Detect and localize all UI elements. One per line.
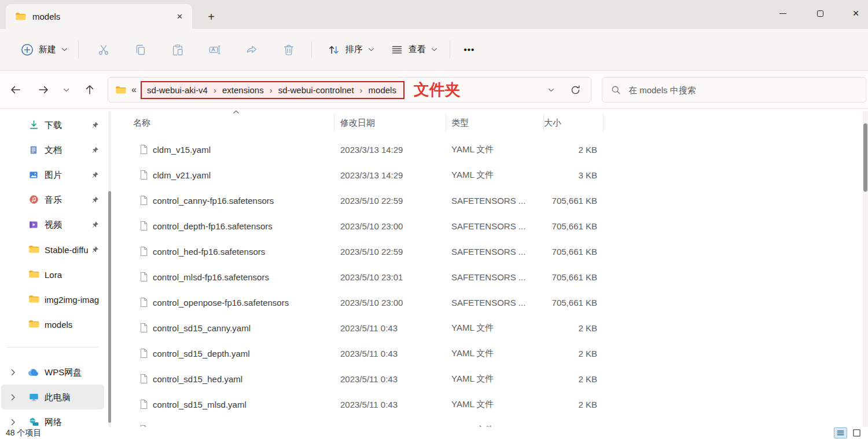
chevron-right-icon[interactable] bbox=[11, 394, 16, 401]
sidebar-item-label: WPS网盘 bbox=[45, 367, 82, 378]
file-size: 2 KB bbox=[515, 323, 597, 333]
file-row[interactable]: cldm_v21.yaml 2023/3/13 14:29 YAML 文件 3 … bbox=[110, 162, 862, 188]
network-icon bbox=[28, 416, 39, 427]
sidebar-item[interactable]: WPS网盘 bbox=[1, 360, 104, 385]
up-button[interactable] bbox=[79, 79, 101, 101]
file-row[interactable]: control_sd15_depth.yaml 2023/5/11 0:43 Y… bbox=[110, 341, 862, 366]
paste-button[interactable] bbox=[161, 38, 194, 62]
sidebar-item[interactable]: img2img-imag bbox=[1, 287, 104, 312]
column-header-row: 名称 修改日期 类型 大小 bbox=[110, 109, 862, 137]
videos-icon bbox=[28, 219, 39, 231]
file-rows: cldm_v15.yaml 2023/3/13 14:29 YAML 文件 2 … bbox=[110, 137, 862, 439]
file-row[interactable]: control_sd15_canny.yaml 2023/5/11 0:43 Y… bbox=[110, 315, 862, 341]
sidebar-item[interactable]: 此电脑 bbox=[1, 385, 104, 409]
file-row[interactable]: control_mlsd-fp16.safetensors 2023/5/10 … bbox=[110, 264, 862, 290]
details-view-toggle[interactable] bbox=[834, 427, 847, 438]
file-date: 2023/5/10 22:59 bbox=[340, 247, 403, 257]
minimize-button[interactable] bbox=[770, 1, 796, 25]
breadcrumb-item[interactable]: models bbox=[369, 85, 396, 95]
chevron-right-icon[interactable] bbox=[11, 419, 16, 426]
file-size: 2 KB bbox=[515, 349, 597, 358]
file-row[interactable]: control_depth-fp16.safetensors 2023/5/10… bbox=[110, 213, 862, 239]
file-row[interactable]: control_sd15_mlsd.yaml 2023/5/11 0:43 YA… bbox=[110, 392, 862, 417]
recent-locations-button[interactable] bbox=[57, 79, 75, 101]
file-row[interactable]: control_openpose-fp16.safetensors 2023/5… bbox=[110, 290, 862, 315]
view-button[interactable]: 查看 bbox=[384, 38, 444, 62]
maximize-button[interactable] bbox=[807, 1, 833, 25]
file-row[interactable]: cldm_v15.yaml 2023/3/13 14:29 YAML 文件 2 … bbox=[110, 137, 862, 162]
file-name: control_openpose-fp16.safetensors bbox=[153, 298, 289, 308]
file-row[interactable]: control_canny-fp16.safetensors 2023/5/10… bbox=[110, 188, 862, 213]
file-row[interactable]: control_sd15_hed.yaml 2023/5/11 0:43 YAM… bbox=[110, 366, 862, 392]
search-box[interactable] bbox=[602, 77, 866, 103]
tab-close-icon[interactable]: × bbox=[172, 9, 187, 24]
file-icon bbox=[139, 400, 149, 409]
sidebar-item[interactable]: 视频 bbox=[1, 212, 104, 237]
breadcrumb-item[interactable]: sd-webui-aki-v4 bbox=[147, 85, 208, 95]
file-type: YAML 文件 bbox=[451, 348, 494, 359]
vertical-scrollbar-thumb[interactable] bbox=[863, 123, 867, 192]
tab-title: models bbox=[32, 12, 60, 21]
cut-icon bbox=[97, 43, 110, 56]
sidebar-item[interactable]: Lora bbox=[1, 262, 104, 287]
file-size: 2 KB bbox=[515, 145, 597, 155]
pin-icon bbox=[91, 121, 99, 129]
sidebar-item[interactable]: 网络 bbox=[1, 409, 104, 427]
address-bar[interactable]: « sd-webui-aki-v4›extensions›sd-webui-co… bbox=[108, 77, 591, 103]
new-tab-button[interactable]: + bbox=[203, 8, 220, 25]
chevron-right-icon[interactable] bbox=[11, 369, 16, 376]
thumbnail-view-toggle[interactable] bbox=[850, 427, 863, 438]
new-button-label: 新建 bbox=[39, 44, 56, 55]
sidebar-item[interactable]: 下载 bbox=[1, 112, 104, 137]
column-divider[interactable] bbox=[543, 114, 544, 132]
column-header-type[interactable]: 类型 bbox=[451, 118, 469, 129]
sidebar-item[interactable]: 音乐 bbox=[1, 187, 104, 212]
vertical-scrollbar[interactable] bbox=[863, 111, 868, 439]
column-divider[interactable] bbox=[603, 114, 604, 132]
file-name: control_mlsd-fp16.safetensors bbox=[153, 272, 269, 282]
breadcrumb-item[interactable]: sd-webui-controlnet bbox=[278, 85, 354, 95]
more-options-button[interactable]: ••• bbox=[456, 38, 483, 62]
sidebar-item[interactable]: 文档 bbox=[1, 137, 104, 162]
column-divider[interactable] bbox=[334, 114, 334, 132]
folder-icon bbox=[15, 12, 26, 21]
sort-button-label: 排序 bbox=[345, 44, 363, 55]
sort-button[interactable]: 排序 bbox=[321, 38, 381, 62]
pin-icon bbox=[91, 246, 99, 253]
sidebar-item[interactable]: Stable-diffu bbox=[1, 237, 104, 262]
file-date: 2023/5/11 0:43 bbox=[340, 400, 398, 409]
file-row[interactable]: control_hed-fp16.safetensors 2023/5/10 2… bbox=[110, 239, 862, 264]
close-button[interactable]: × bbox=[843, 1, 868, 25]
maximize-icon bbox=[817, 10, 823, 17]
column-header-size[interactable]: 大小 bbox=[544, 118, 561, 129]
column-header-date[interactable]: 修改日期 bbox=[340, 118, 375, 129]
column-header-name[interactable]: 名称 bbox=[133, 118, 150, 129]
cut-button[interactable] bbox=[87, 38, 120, 62]
search-input[interactable] bbox=[628, 85, 857, 95]
copy-button[interactable] bbox=[124, 38, 157, 62]
file-name: control_canny-fp16.safetensors bbox=[153, 196, 274, 206]
file-date: 2023/3/13 14:29 bbox=[340, 145, 403, 155]
file-name: cldm_v21.yaml bbox=[153, 170, 211, 180]
forward-button[interactable] bbox=[32, 79, 54, 101]
file-date: 2023/5/10 23:00 bbox=[340, 221, 403, 231]
delete-button[interactable] bbox=[272, 38, 306, 62]
column-divider[interactable] bbox=[446, 114, 446, 132]
new-button[interactable]: 新建 bbox=[16, 38, 72, 62]
address-dropdown-icon[interactable] bbox=[548, 88, 554, 92]
refresh-icon[interactable] bbox=[570, 85, 581, 96]
tab-models[interactable]: models × bbox=[6, 4, 192, 29]
sidebar-item[interactable]: 图片 bbox=[1, 162, 104, 187]
file-icon bbox=[139, 221, 149, 231]
file-name: control_sd15_hed.yaml bbox=[153, 374, 242, 384]
sidebar-item[interactable]: models bbox=[1, 312, 104, 336]
file-icon bbox=[139, 272, 149, 282]
breadcrumb-separator: › bbox=[214, 85, 216, 95]
rename-button[interactable] bbox=[198, 38, 231, 62]
back-button[interactable] bbox=[5, 79, 27, 101]
sidebar-scrollbar[interactable] bbox=[108, 111, 111, 429]
share-button[interactable] bbox=[235, 38, 269, 62]
breadcrumb-collapse[interactable]: « bbox=[131, 85, 137, 95]
breadcrumb-item[interactable]: extensions bbox=[222, 85, 264, 95]
sidebar-scrollbar-thumb[interactable] bbox=[108, 191, 111, 423]
